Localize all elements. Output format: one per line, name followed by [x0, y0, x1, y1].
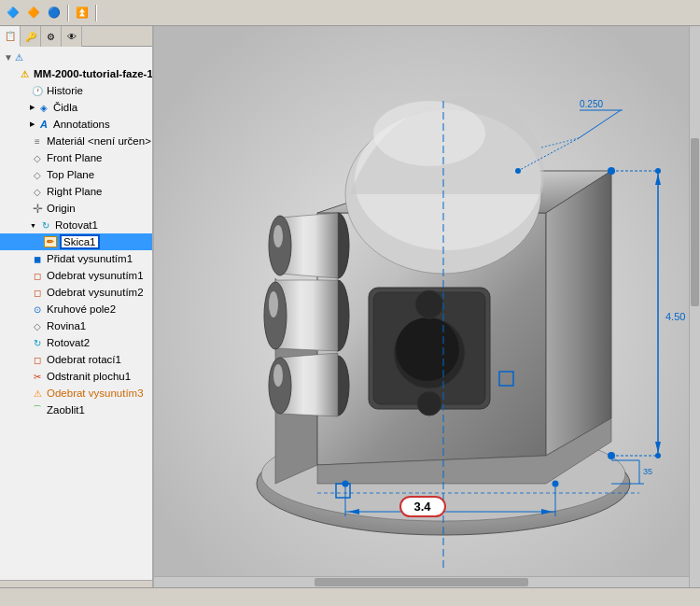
svg-point-18: [269, 291, 278, 317]
tree-item-zaoblit1[interactable]: ⌒ Zaoblit1: [0, 402, 152, 418]
svg-point-22: [273, 364, 283, 387]
dimension-input[interactable]: 3.4: [399, 496, 446, 517]
tree-item-sensors[interactable]: ▶ ◈ Čidla: [0, 99, 152, 116]
feature-tree-panel: 📋 🔑 ⚙ 👁 ▼ ⚠ ⚠ MM-2000-tutorial-faze-1 (D…: [0, 26, 154, 587]
toolbar-icon-4[interactable]: ⏫: [73, 4, 91, 22]
tree-label-skica1: Skica1: [63, 236, 96, 247]
tab-display[interactable]: 👁: [62, 26, 82, 47]
scrollbar-thumb-vertical[interactable]: [691, 138, 699, 306]
dimension-value: 3.4: [413, 500, 430, 514]
arrow-rotovat1: ▼: [30, 222, 36, 229]
svg-text:0.250: 0.250: [580, 99, 603, 109]
svg-point-38: [655, 453, 661, 458]
toolbar-separator-2: [95, 5, 97, 21]
tree-icon-rotovat1: ↻: [38, 218, 53, 233]
tree-label-sensors: Čidla: [53, 102, 77, 113]
tree-item-rotovat1[interactable]: ▼ ↻ Rotovat1: [0, 217, 152, 233]
tree-item-skica1[interactable]: ✏ Skica1: [0, 233, 152, 250]
tree-label-root: MM-2000-tutorial-faze-1 (D: [34, 68, 152, 79]
tree-item-annotations[interactable]: ▶ A Annotations: [0, 116, 152, 133]
tree-item-material[interactable]: ≡ Materiál <není určen>: [0, 133, 152, 149]
tree-icon-front-plane: ◇: [30, 150, 45, 165]
tree-icon-root: ⚠: [17, 66, 32, 81]
tree-item-right-plane[interactable]: ◇ Right Plane: [0, 183, 152, 200]
tree-icon-pridat1: ◼: [30, 251, 45, 266]
tree-item-odebrat-rot1[interactable]: ◻ Odebrat rotací1: [0, 351, 152, 368]
svg-point-10: [373, 101, 485, 166]
toolbar-icon-2[interactable]: 🔶: [24, 4, 43, 22]
main-area: 📋 🔑 ⚙ 👁 ▼ ⚠ ⚠ MM-2000-tutorial-faze-1 (D…: [0, 26, 700, 587]
panel-tabs: 📋 🔑 ⚙ 👁: [0, 26, 152, 47]
tree-icon-history: 🕐: [30, 83, 45, 98]
tree-label-right-plane: Right Plane: [47, 186, 102, 197]
tree-item-odebrat3[interactable]: ⚠ Odebrat vysunutím3: [0, 385, 152, 402]
scrollbar-horizontal[interactable]: [154, 576, 689, 587]
tab-tree[interactable]: 📋: [0, 26, 21, 47]
tree-icon-zaoblit1: ⌒: [30, 402, 45, 417]
svg-text:4.50: 4.50: [665, 311, 685, 322]
tree-item-top-plane[interactable]: ◇ Top Plane: [0, 166, 152, 183]
svg-point-43: [515, 168, 521, 174]
tree-label-odebrat2: Odebrat vysunutím2: [47, 287, 144, 298]
tree-label-pridat1: Přidat vysunutím1: [47, 253, 133, 264]
tree-icon-odebrat3: ⚠: [30, 386, 45, 401]
tab-config[interactable]: ⚙: [41, 26, 62, 47]
viewport-content: 4.50 0.250 Ø3.750: [154, 26, 700, 587]
toolbar-icon-3[interactable]: 🔵: [45, 4, 63, 22]
tree-icon-origin: ✛: [30, 201, 45, 216]
svg-point-28: [417, 391, 441, 416]
svg-point-27: [415, 290, 443, 318]
panel-bottom-bar: [0, 580, 152, 587]
tree-icon-odebrat2: ◻: [30, 285, 45, 300]
tree-label-kruhove: Kruhové pole2: [47, 303, 116, 315]
tree-label-top-plane: Top Plane: [47, 169, 94, 180]
tree-icon-odebrat-rot1: ◻: [30, 352, 45, 367]
tree-icon-sensors: ◈: [36, 100, 51, 115]
tree-item-odebrat1[interactable]: ◻ Odebrat vysunutím1: [0, 267, 152, 284]
tree-item-rovina1[interactable]: ◇ Rovina1: [0, 317, 152, 334]
tree-filter-row: ▼ ⚠: [0, 49, 152, 65]
tree-item-odebrat2[interactable]: ◻ Odebrat vysunutím2: [0, 284, 152, 301]
feature-tree: ▼ ⚠ ⚠ MM-2000-tutorial-faze-1 (D 🕐 Histo…: [0, 47, 152, 580]
svg-point-37: [655, 168, 661, 174]
tree-icon-material: ≡: [30, 134, 45, 148]
tree-label-skica1-box: Skica1: [60, 234, 100, 249]
tree-item-rotovat2[interactable]: ↻ Rotovat2: [0, 334, 152, 351]
tree-label-history: Historie: [47, 85, 83, 96]
tree-label-odebrat1: Odebrat vysunutím1: [47, 270, 144, 281]
tree-icon-top-plane: ◇: [30, 167, 45, 182]
tree-icon-kruhove: ⊙: [30, 302, 45, 317]
status-bar: [0, 587, 700, 606]
tree-label-odstranit1: Odstranit plochu1: [47, 371, 131, 382]
tree-label-annotations: Annotations: [53, 119, 110, 130]
scrollbar-thumb-horizontal[interactable]: [315, 578, 528, 586]
tree-item-odstranit1[interactable]: ✂ Odstranit plochu1: [0, 368, 152, 385]
svg-text:35: 35: [643, 467, 652, 476]
svg-marker-6: [546, 171, 611, 456]
svg-point-36: [608, 452, 615, 459]
svg-point-51: [553, 481, 559, 487]
toolbar-icon-1[interactable]: 🔷: [4, 4, 22, 22]
tree-item-pridat1[interactable]: ◼ Přidat vysunutím1: [0, 250, 152, 267]
tree-item-kruhove[interactable]: ⊙ Kruhové pole2: [0, 301, 152, 317]
tree-icon-annotations: A: [36, 117, 51, 132]
tree-label-rotovat1: Rotovat1: [55, 219, 98, 231]
tree-item-front-plane[interactable]: ◇ Front Plane: [0, 149, 152, 166]
arrow-annotations: ▶: [30, 120, 35, 128]
tree-icon-rotovat2: ↻: [30, 335, 45, 350]
tree-item-origin[interactable]: ✛ Origin: [0, 200, 152, 217]
tree-icon-right-plane: ◇: [30, 184, 45, 199]
tab-props[interactable]: 🔑: [21, 26, 41, 47]
tree-item-history[interactable]: 🕐 Historie: [0, 82, 152, 99]
tree-label-odebrat3: Odebrat vysunutím3: [47, 388, 144, 399]
tree-label-rotovat2: Rotovat2: [47, 337, 90, 348]
tree-icon-odebrat1: ◻: [30, 268, 45, 283]
svg-point-35: [608, 167, 615, 175]
tree-label-origin: Origin: [47, 203, 76, 214]
viewport-3d[interactable]: 4.50 0.250 Ø3.750: [154, 26, 700, 587]
scrollbar-vertical[interactable]: [689, 26, 700, 587]
svg-point-14: [273, 225, 283, 247]
tree-item-root[interactable]: ⚠ MM-2000-tutorial-faze-1 (D: [0, 65, 152, 82]
tree-label-zaoblit1: Zaoblit1: [47, 404, 85, 416]
tree-label-front-plane: Front Plane: [47, 152, 102, 163]
